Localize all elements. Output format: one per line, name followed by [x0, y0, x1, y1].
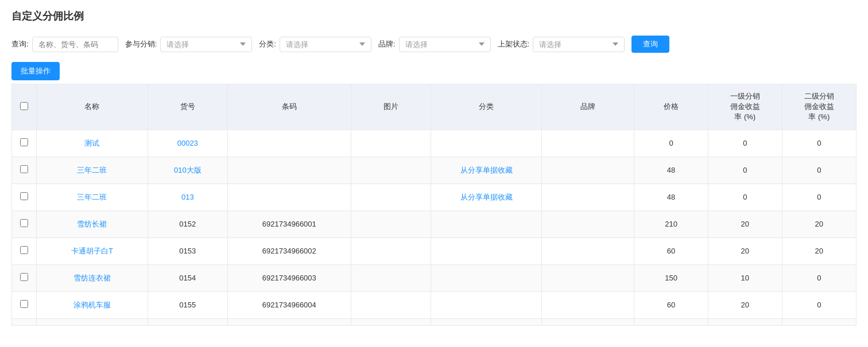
row-barcode: 6921734966002 [228, 237, 351, 264]
row-brand [542, 210, 634, 237]
row-level1-rate: 10 [708, 318, 782, 325]
row-checkbox[interactable] [20, 273, 28, 281]
table-row: 卡通胡子白T01536921734966002602020 [12, 237, 856, 264]
row-barcode [228, 130, 351, 157]
row-name[interactable]: 三年二班 [37, 157, 148, 184]
page-container: 自定义分佣比例 查询: 参与分销: 请选择 分类: 请选择 品牌: 请选择 [0, 0, 868, 326]
header-price: 价格 [634, 84, 708, 130]
row-name[interactable]: 测试 [37, 130, 148, 157]
row-checkbox-cell [12, 130, 37, 157]
table-row: 雪纺长裙015269217349660012102020 [12, 210, 856, 237]
row-name[interactable]: 涂鸦机车服 [37, 291, 148, 318]
header-image: 图片 [351, 84, 431, 130]
row-checkbox-cell [12, 264, 37, 291]
row-brand [542, 157, 634, 184]
row-goods-no: 0153 [148, 237, 227, 264]
row-level2-rate: 0 [782, 291, 856, 318]
header-goods-no: 货号 [148, 84, 227, 130]
main-table: 名称 货号 条码 图片 分类 [12, 84, 856, 325]
row-barcode: 6921734966003 [228, 264, 351, 291]
table-container: 名称 货号 条码 图片 分类 [11, 84, 857, 326]
status-label: 上架状态: [498, 39, 530, 49]
status-select[interactable]: 请选择 [533, 37, 625, 52]
row-level2-rate: 0 [782, 130, 856, 157]
row-level1-rate: 10 [708, 264, 782, 291]
row-price: 150 [634, 318, 708, 325]
filter-bar: 查询: 参与分销: 请选择 分类: 请选择 品牌: 请选择 上架状态: [0, 30, 868, 59]
query-input[interactable] [32, 37, 118, 52]
row-category [431, 237, 542, 264]
row-goods-no[interactable]: 010大版 [148, 157, 227, 184]
row-barcode: 6921734966001 [228, 210, 351, 237]
row-image [351, 291, 431, 318]
row-brand [542, 291, 634, 318]
filter-brand: 品牌: 请选择 [378, 37, 491, 52]
row-name[interactable]: 卡通胡子白T [37, 237, 148, 264]
query-button[interactable]: 查询 [631, 36, 669, 53]
header-name: 名称 [37, 84, 148, 130]
table-body: 测试00023000三年二班010大版从分享单据收藏4800三年二班013从分享… [12, 130, 856, 325]
row-checkbox[interactable] [20, 192, 28, 200]
row-level1-rate: 0 [708, 184, 782, 210]
table-header-row: 名称 货号 条码 图片 分类 [12, 84, 856, 130]
table-scroll-area[interactable]: 名称 货号 条码 图片 分类 [12, 84, 856, 325]
row-level2-rate: 20 [782, 237, 856, 264]
row-goods-no: 0154 [148, 264, 227, 291]
row-level1-rate: 20 [708, 210, 782, 237]
row-checkbox[interactable] [20, 138, 28, 146]
batch-button[interactable]: 批量操作 [11, 62, 60, 80]
filter-participation: 参与分销: 请选择 [125, 37, 253, 52]
row-category [431, 210, 542, 237]
row-checkbox-cell [12, 318, 37, 325]
row-level2-rate: 0 [782, 318, 856, 325]
row-barcode [228, 184, 351, 210]
row-image [351, 237, 431, 264]
row-brand [542, 130, 634, 157]
row-brand [542, 318, 634, 325]
row-category[interactable]: 从分享单据收藏 [431, 184, 542, 210]
row-checkbox-cell [12, 157, 37, 184]
row-name[interactable]: 雪纺长裙 [37, 210, 148, 237]
row-name[interactable]: 三年二班 [37, 184, 148, 210]
row-barcode: 6921734966004 [228, 291, 351, 318]
row-checkbox-cell [12, 291, 37, 318]
table-row: 涂鸦机车服0155692173496600460200 [12, 291, 856, 318]
row-checkbox[interactable] [20, 246, 28, 254]
select-all-checkbox[interactable] [20, 102, 28, 110]
row-goods-no[interactable]: 013 [148, 184, 227, 210]
row-price: 60 [634, 237, 708, 264]
row-checkbox[interactable] [20, 300, 28, 308]
category-select[interactable]: 请选择 [280, 37, 371, 52]
filter-category: 分类: 请选择 [259, 37, 371, 52]
row-category [431, 264, 542, 291]
row-category [431, 291, 542, 318]
row-image [351, 318, 431, 325]
header-level2: 二级分销 佣金收益 率 (%) [782, 84, 856, 130]
row-brand [542, 237, 634, 264]
header-checkbox-cell [12, 84, 37, 130]
row-checkbox[interactable] [20, 165, 28, 173]
row-level1-rate: 20 [708, 237, 782, 264]
brand-select[interactable]: 请选择 [399, 37, 491, 52]
participation-label: 参与分销: [125, 39, 157, 49]
row-price: 48 [634, 157, 708, 184]
row-goods-no[interactable]: 00023 [148, 130, 227, 157]
brand-label: 品牌: [378, 39, 396, 49]
row-price: 48 [634, 184, 708, 210]
header-brand: 品牌 [542, 84, 634, 130]
row-goods-no: 0152 [148, 210, 227, 237]
row-name[interactable]: 雪纺连衣裙 [37, 264, 148, 291]
page-title: 自定义分佣比例 [0, 0, 868, 30]
participation-select[interactable]: 请选择 [160, 37, 252, 52]
row-checkbox[interactable] [20, 219, 28, 227]
header-category: 分类 [431, 84, 542, 130]
row-checkbox-cell [12, 237, 37, 264]
row-level2-rate: 0 [782, 264, 856, 291]
row-name[interactable]: 欧根纱长裙 [37, 318, 148, 325]
row-category[interactable]: 从分享单据收藏 [431, 157, 542, 184]
row-level2-rate: 0 [782, 157, 856, 184]
row-image [351, 264, 431, 291]
row-brand [542, 264, 634, 291]
batch-bar: 批量操作 [0, 59, 868, 84]
row-image [351, 157, 431, 184]
